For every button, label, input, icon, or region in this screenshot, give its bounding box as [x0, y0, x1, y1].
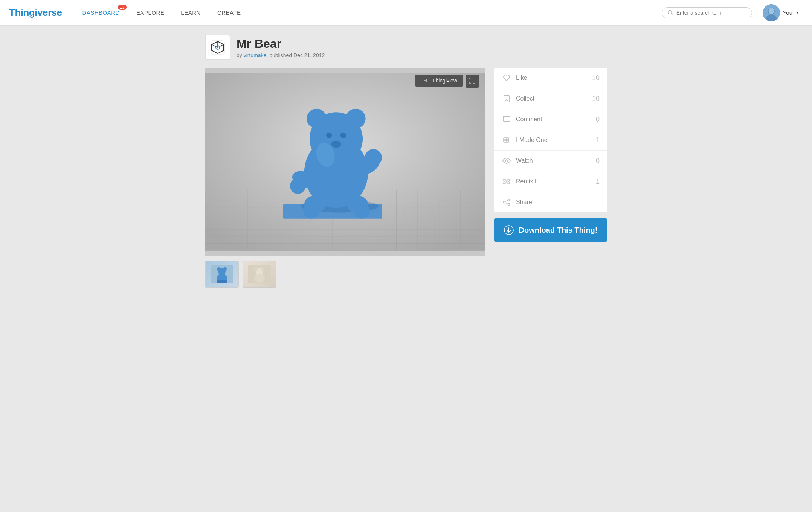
like-action[interactable]: Like 10: [494, 68, 607, 88]
image-container: Thingiview: [205, 68, 485, 256]
svg-point-76: [505, 160, 508, 162]
svg-point-59: [223, 267, 227, 271]
download-label: Download This Thing!: [519, 226, 598, 235]
thumb1-bear-icon: [211, 265, 233, 283]
nav-create[interactable]: CREATE: [209, 0, 249, 26]
share-action[interactable]: Share: [494, 192, 607, 212]
thingiverse-logo-icon: [209, 38, 227, 56]
thing-title-block: Mr Bear by virtumake, published Dec 21, …: [237, 37, 325, 58]
svg-line-1: [671, 14, 673, 15]
share-label: Share: [516, 199, 591, 206]
download-icon: [504, 225, 514, 235]
navbar: Thingiverse DASHBOARD 13 EXPLORE LEARN C…: [0, 0, 812, 26]
svg-point-12: [217, 47, 218, 48]
learn-label: LEARN: [181, 9, 201, 16]
explore-label: EXPLORE: [136, 9, 164, 16]
svg-point-45: [354, 203, 369, 218]
svg-point-49: [326, 133, 332, 138]
fullscreen-button[interactable]: [466, 75, 479, 88]
svg-point-43: [304, 203, 319, 218]
like-label: Like: [516, 75, 591, 81]
avatar: [763, 4, 780, 21]
fullscreen-icon: [469, 78, 475, 84]
svg-point-48: [346, 109, 366, 129]
actions-card: Like 10 Collect 10: [494, 68, 607, 212]
svg-point-79: [504, 201, 505, 203]
logo[interactable]: Thingiverse: [9, 7, 62, 18]
svg-point-39: [365, 149, 382, 166]
svg-point-64: [255, 267, 258, 271]
share-icon: [502, 197, 511, 207]
nav-dashboard[interactable]: DASHBOARD 13: [74, 0, 128, 26]
remix-action[interactable]: Remix It 1: [494, 171, 607, 192]
imadeone-action[interactable]: I Made One 1: [494, 130, 607, 151]
search-icon: [667, 10, 673, 16]
svg-rect-69: [503, 116, 510, 121]
page-title: Mr Bear: [237, 37, 325, 51]
comment-count: 0: [591, 116, 600, 123]
search-bar[interactable]: [662, 7, 752, 18]
main-layout: Thingiview: [205, 68, 607, 288]
bear-scene: [205, 68, 485, 256]
publish-date: published Dec 21, 2012: [269, 52, 325, 58]
svg-point-78: [508, 204, 510, 206]
thumbnails: [205, 261, 485, 288]
svg-point-66: [254, 274, 265, 283]
username: You: [783, 9, 792, 16]
glasses-icon: [421, 78, 429, 83]
dashboard-badge: 13: [118, 5, 127, 10]
svg-point-47: [307, 109, 327, 129]
image-section: Thingiview: [205, 68, 485, 288]
wrench-icon: [502, 135, 511, 145]
svg-rect-54: [426, 79, 429, 82]
thing-header: Mr Bear by virtumake, published Dec 21, …: [205, 35, 607, 60]
svg-point-58: [217, 267, 221, 271]
svg-rect-53: [421, 79, 424, 82]
user-menu[interactable]: You ▾: [758, 0, 803, 26]
remix-icon: [502, 177, 511, 186]
nav-learn[interactable]: LEARN: [172, 0, 209, 26]
comment-label: Comment: [516, 116, 591, 123]
create-label: CREATE: [217, 9, 241, 16]
svg-point-41: [290, 178, 305, 194]
thing-logo: [205, 35, 230, 60]
imadeone-label: I Made One: [516, 137, 591, 143]
dashboard-label: DASHBOARD: [82, 9, 120, 16]
collect-count: 10: [591, 95, 600, 103]
svg-rect-61: [217, 280, 227, 283]
collect-label: Collect: [516, 95, 591, 102]
watch-action[interactable]: Watch 0: [494, 151, 607, 171]
eye-icon: [502, 156, 511, 166]
bookmark-icon: [502, 94, 511, 104]
svg-point-5: [768, 8, 774, 14]
like-count: 10: [591, 74, 600, 82]
author-link[interactable]: virtumake: [244, 52, 267, 58]
page-content: Mr Bear by virtumake, published Dec 21, …: [199, 26, 613, 297]
watch-label: Watch: [516, 157, 591, 164]
thingiview-button[interactable]: Thingiview: [415, 75, 463, 87]
search-input[interactable]: [676, 10, 746, 16]
sidebar: Like 10 Collect 10: [494, 68, 607, 242]
comment-icon: [502, 114, 511, 124]
heart-icon: [502, 73, 511, 83]
remix-count: 1: [591, 178, 600, 186]
download-button[interactable]: Download This Thing!: [494, 218, 607, 242]
thumbnail-1[interactable]: [205, 261, 239, 288]
imadeone-count: 1: [591, 136, 600, 144]
svg-point-77: [508, 199, 510, 201]
thing-subtitle: by virtumake, published Dec 21, 2012: [237, 52, 325, 58]
remix-label: Remix It: [516, 178, 591, 185]
chevron-down-icon: ▾: [796, 10, 798, 15]
svg-point-50: [340, 133, 346, 138]
watch-count: 0: [591, 157, 600, 165]
svg-point-65: [261, 267, 264, 271]
collect-action[interactable]: Collect 10: [494, 88, 607, 109]
nav-explore[interactable]: EXPLORE: [128, 0, 172, 26]
thingiview-label: Thingiview: [432, 78, 457, 84]
comment-action[interactable]: Comment 0: [494, 109, 607, 130]
thumbnail-2[interactable]: [243, 261, 276, 288]
nav-links: DASHBOARD 13 EXPLORE LEARN CREATE: [74, 0, 661, 26]
svg-line-80: [505, 203, 508, 204]
thumb2-bear-icon: [248, 265, 271, 283]
svg-line-81: [505, 200, 508, 202]
